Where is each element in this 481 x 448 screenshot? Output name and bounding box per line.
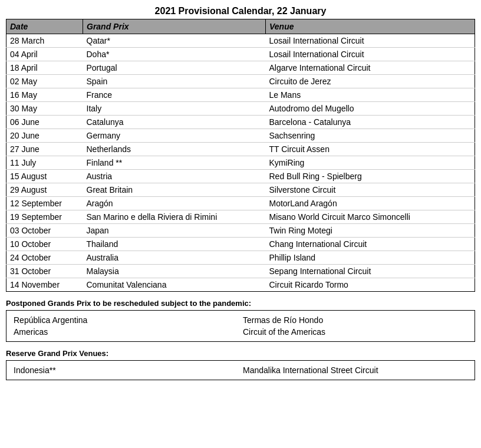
cell-date: 20 June [6, 129, 83, 143]
table-row: 19 SeptemberSan Marino e della Riviera d… [6, 210, 475, 224]
cell-date: 27 June [6, 143, 83, 156]
cell-gp: France [83, 88, 266, 102]
cell-date: 11 July [6, 156, 83, 170]
cell-venue: Losail International Circuit [266, 34, 475, 48]
table-row: 24 OctoberAustraliaPhillip Island [6, 251, 475, 265]
table-row: 30 MayItalyAutodromo del Mugello [6, 102, 475, 116]
postponed-box: República ArgentinaTermas de Río HondoAm… [6, 310, 475, 342]
table-row: 20 JuneGermanySachsenring [6, 129, 475, 143]
cell-gp: Austria [83, 170, 266, 183]
table-header-row: Date Grand Prix Venue [6, 19, 475, 34]
table-row: 15 AugustAustriaRed Bull Ring - Spielber… [6, 170, 475, 183]
table-row: 14 NovemberComunitat ValencianaCircuit R… [6, 278, 475, 292]
reserve-box: Indonesia**Mandalika International Stree… [6, 360, 475, 380]
cell-date: 06 June [6, 116, 83, 129]
table-row: 02 MaySpainCircuito de Jerez [6, 75, 475, 88]
cell-venue: Sachsenring [266, 129, 475, 143]
cell-date: 14 November [6, 278, 83, 292]
reserve-label: Reserve Grand Prix Venues: [6, 349, 475, 358]
postponed-table: República ArgentinaTermas de Río HondoAm… [11, 314, 470, 338]
cell-gp: Comunitat Valenciana [83, 278, 266, 292]
table-row: 03 OctoberJapanTwin Ring Motegi [6, 224, 475, 238]
table-row: 27 JuneNetherlandsTT Circuit Assen [6, 143, 475, 156]
cell-gp: Great Britain [83, 183, 266, 197]
page-title: 2021 Provisional Calendar, 22 January [6, 6, 475, 17]
cell-date: 15 August [6, 170, 83, 183]
cell-venue: MotorLand Aragón [266, 197, 475, 210]
cell-gp: Catalunya [83, 116, 266, 129]
cell-date: 12 September [6, 197, 83, 210]
cell-date: 10 October [6, 238, 83, 251]
cell-date: 24 October [6, 251, 83, 265]
table-row: 10 OctoberThailandChang International Ci… [6, 238, 475, 251]
cell-gp: Spain [83, 75, 266, 88]
reserve-venue: Mandalika International Street Circuit [240, 364, 470, 376]
cell-gp: Doha* [83, 48, 266, 61]
cell-gp: Germany [83, 129, 266, 143]
cell-venue: TT Circuit Assen [266, 143, 475, 156]
postponed-row: República ArgentinaTermas de Río Hondo [11, 314, 470, 326]
cell-gp: Australia [83, 251, 266, 265]
table-row: 12 SeptemberAragónMotorLand Aragón [6, 197, 475, 210]
cell-gp: Malaysia [83, 265, 266, 278]
reserve-location: Indonesia** [11, 364, 240, 376]
table-row: 31 OctoberMalaysiaSepang International C… [6, 265, 475, 278]
postponed-venue: Termas de Río Hondo [240, 314, 470, 326]
cell-venue: Chang International Circuit [266, 238, 475, 251]
cell-date: 19 September [6, 210, 83, 224]
cell-date: 31 October [6, 265, 83, 278]
cell-venue: Red Bull Ring - Spielberg [266, 170, 475, 183]
cell-venue: Circuit Ricardo Tormo [266, 278, 475, 292]
cell-gp: Netherlands [83, 143, 266, 156]
table-row: 28 MarchQatar*Losail International Circu… [6, 34, 475, 48]
cell-venue: Sepang International Circuit [266, 265, 475, 278]
cell-venue: KymiRing [266, 156, 475, 170]
postponed-location: República Argentina [11, 314, 240, 326]
cell-venue: Le Mans [266, 88, 475, 102]
cell-gp: Italy [83, 102, 266, 116]
cell-date: 18 April [6, 61, 83, 75]
cell-date: 16 May [6, 88, 83, 102]
cell-date: 30 May [6, 102, 83, 116]
table-row: 04 AprilDoha*Losail International Circui… [6, 48, 475, 61]
header-date: Date [6, 19, 83, 34]
postponed-venue: Circuit of the Americas [240, 326, 470, 338]
cell-gp: Portugal [83, 61, 266, 75]
header-venue: Venue [266, 19, 475, 34]
postponed-label: Postponed Grands Prix to be rescheduled … [6, 299, 475, 308]
cell-gp: Thailand [83, 238, 266, 251]
table-row: 16 MayFranceLe Mans [6, 88, 475, 102]
cell-venue: Losail International Circuit [266, 48, 475, 61]
table-row: 29 AugustGreat BritainSilverstone Circui… [6, 183, 475, 197]
cell-date: 29 August [6, 183, 83, 197]
cell-gp: Qatar* [83, 34, 266, 48]
cell-venue: Misano World Circuit Marco Simoncelli [266, 210, 475, 224]
cell-date: 28 March [6, 34, 83, 48]
cell-gp: Finland ** [83, 156, 266, 170]
cell-date: 02 May [6, 75, 83, 88]
reserve-row: Indonesia**Mandalika International Stree… [11, 364, 470, 376]
cell-venue: Phillip Island [266, 251, 475, 265]
cell-gp: San Marino e della Riviera di Rimini [83, 210, 266, 224]
cell-venue: Silverstone Circuit [266, 183, 475, 197]
calendar-table: Date Grand Prix Venue 28 MarchQatar*Losa… [6, 19, 475, 292]
table-row: 18 AprilPortugalAlgarve International Ci… [6, 61, 475, 75]
postponed-location: Americas [11, 326, 240, 338]
cell-venue: Autodromo del Mugello [266, 102, 475, 116]
cell-date: 04 April [6, 48, 83, 61]
cell-date: 03 October [6, 224, 83, 238]
cell-venue: Twin Ring Motegi [266, 224, 475, 238]
cell-venue: Algarve International Circuit [266, 61, 475, 75]
reserve-table: Indonesia**Mandalika International Stree… [11, 364, 470, 376]
table-row: 06 JuneCatalunyaBarcelona - Catalunya [6, 116, 475, 129]
cell-gp: Aragón [83, 197, 266, 210]
postponed-row: AmericasCircuit of the Americas [11, 326, 470, 338]
header-gp: Grand Prix [83, 19, 266, 34]
table-row: 11 JulyFinland **KymiRing [6, 156, 475, 170]
cell-gp: Japan [83, 224, 266, 238]
cell-venue: Barcelona - Catalunya [266, 116, 475, 129]
cell-venue: Circuito de Jerez [266, 75, 475, 88]
